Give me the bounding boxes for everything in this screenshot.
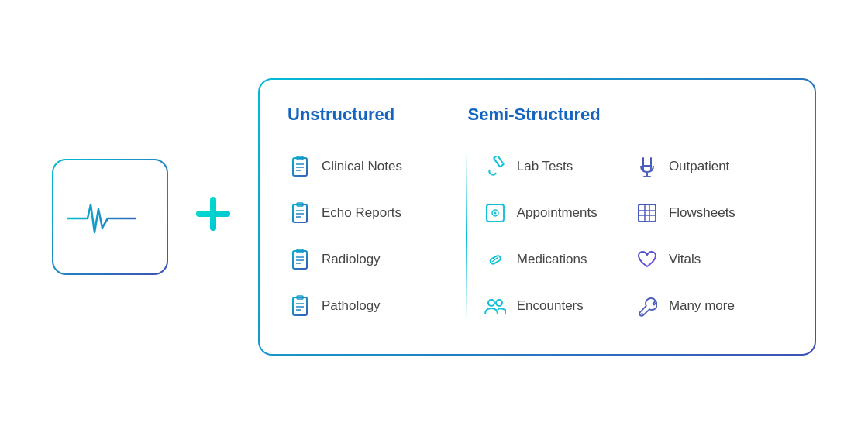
unstructured-header: Unstructured: [288, 105, 468, 125]
many-more-label: Many more: [669, 298, 735, 314]
pill-icon: [483, 247, 508, 272]
svg-rect-22: [494, 156, 504, 167]
ekg-box: [52, 159, 168, 275]
heart-icon: [635, 247, 660, 272]
clinical-notes-label: Clinical Notes: [322, 159, 402, 174]
list-item: Many more: [635, 283, 787, 329]
page-container: Unstructured Semi-Structured: [36, 63, 832, 371]
clipboard-lines-icon: [288, 247, 312, 272]
clipboard-lines-icon: [288, 201, 312, 225]
svg-rect-1: [196, 211, 230, 217]
unstructured-list: Clinical Notes Echo Reports: [288, 143, 467, 329]
svg-point-28: [488, 300, 494, 306]
appointment-icon: [483, 201, 508, 225]
list-item: Encounters: [483, 283, 635, 329]
semi-col-2: Outpatient: [635, 143, 787, 329]
svg-rect-35: [639, 204, 656, 222]
radiology-label: Radiology: [322, 252, 381, 267]
clipboard-lines-icon: [288, 294, 312, 318]
list-item: Vitals: [635, 236, 787, 283]
echo-reports-label: Echo Reports: [322, 205, 401, 221]
main-card: Unstructured Semi-Structured: [258, 78, 816, 356]
encounters-label: Encounters: [517, 298, 584, 314]
medications-label: Medications: [517, 252, 587, 267]
people-icon: [483, 294, 508, 318]
svg-point-25: [494, 211, 496, 214]
semi-header: Semi-Structured: [468, 105, 787, 125]
flowsheets-label: Flowsheets: [669, 205, 735, 221]
card-body: Clinical Notes Echo Reports: [288, 143, 787, 329]
clipboard-lines-icon: [288, 154, 312, 179]
svg-point-29: [496, 300, 502, 306]
test-tube-icon: [483, 154, 508, 179]
list-item: Flowsheets: [635, 190, 787, 236]
list-item: Lab Tests: [483, 143, 635, 190]
outpatient-label: Outpatient: [669, 159, 729, 174]
list-item: Outpatient: [635, 143, 787, 190]
semi-list: Lab Tests Appointments: [467, 143, 787, 329]
ekg-icon: [67, 194, 153, 240]
vitals-label: Vitals: [669, 252, 701, 267]
list-item: Appointments: [483, 190, 635, 236]
svg-point-40: [641, 312, 642, 314]
plus-sign: [193, 194, 233, 240]
card-header: Unstructured Semi-Structured: [288, 105, 787, 125]
appointments-label: Appointments: [517, 205, 598, 221]
wrench-icon: [635, 294, 660, 318]
list-item: Radiology: [288, 236, 467, 283]
lab-tests-label: Lab Tests: [517, 159, 573, 174]
list-item: Echo Reports: [288, 190, 467, 236]
list-item: Medications: [483, 236, 635, 283]
semi-col-1: Lab Tests Appointments: [483, 143, 635, 329]
list-item: Clinical Notes: [288, 143, 467, 190]
grid-icon: [635, 201, 660, 225]
chair-icon: [635, 154, 660, 179]
list-item: Pathology: [288, 283, 467, 329]
pathology-label: Pathology: [322, 298, 381, 314]
